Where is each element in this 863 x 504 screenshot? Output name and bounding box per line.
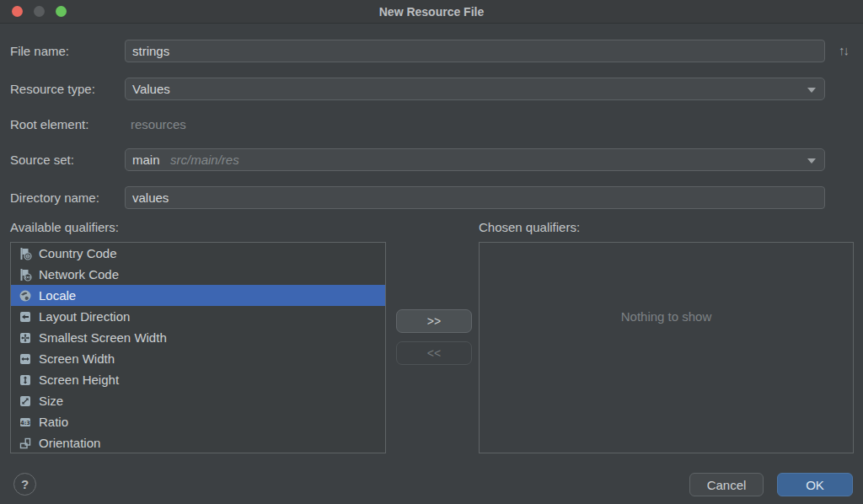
qualifier-item-label: Smallest Screen Width bbox=[39, 330, 167, 345]
qualifier-item-label: Orientation bbox=[39, 436, 100, 450]
qualifier-item-label: Ratio bbox=[39, 415, 68, 429]
orientation-icon bbox=[19, 437, 32, 450]
source-set-path: src/main/res bbox=[170, 153, 239, 167]
chevron-down-icon bbox=[807, 88, 816, 93]
qualifier-item-screen-height[interactable]: Screen Height bbox=[11, 369, 385, 390]
root-element-label: Root element: bbox=[10, 116, 88, 133]
chevron-down-icon bbox=[807, 158, 816, 164]
add-qualifier-button[interactable]: >> bbox=[396, 309, 472, 333]
file-name-label: File name: bbox=[10, 43, 69, 60]
cancel-button[interactable]: Cancel bbox=[689, 473, 764, 496]
qualifier-item-orientation[interactable]: Orientation bbox=[11, 432, 385, 453]
resource-type-label: Resource type: bbox=[10, 81, 95, 98]
screen-height-icon bbox=[19, 373, 32, 387]
qualifier-item-label: Layout Direction bbox=[39, 309, 130, 324]
available-qualifiers-list[interactable]: Country CodeNetwork CodeLocaleLayout Dir… bbox=[10, 242, 386, 453]
qualifier-item-label: Locale bbox=[39, 288, 76, 303]
qualifier-item-layout-direction[interactable]: Layout Direction bbox=[11, 306, 385, 327]
locale-globe-icon bbox=[19, 289, 32, 303]
root-element-value: resources bbox=[131, 116, 186, 133]
updown-arrows-icon[interactable]: ↑↓ bbox=[839, 43, 848, 57]
source-set-label: Source set: bbox=[10, 152, 74, 169]
qualifier-item-label: Size bbox=[39, 394, 63, 408]
available-qualifiers-label: Available qualifiers: bbox=[10, 219, 119, 236]
directory-name-label: Directory name: bbox=[10, 190, 99, 206]
file-name-input[interactable] bbox=[125, 40, 825, 62]
empty-list-text: Nothing to show bbox=[480, 309, 853, 324]
window-title: New Resource File bbox=[0, 5, 863, 19]
ok-button[interactable]: OK bbox=[777, 473, 853, 496]
chosen-qualifiers-label: Chosen qualifiers: bbox=[479, 219, 580, 236]
country-code-icon bbox=[19, 247, 32, 260]
title-bar: New Resource File bbox=[0, 0, 863, 24]
help-button[interactable]: ? bbox=[13, 473, 36, 496]
qualifier-item-network-code[interactable]: Network Code bbox=[11, 264, 385, 285]
qualifier-item-size[interactable]: Size bbox=[11, 390, 385, 411]
qualifier-item-label: Screen Width bbox=[39, 351, 115, 366]
qualifier-item-label: Network Code bbox=[39, 267, 119, 281]
qualifier-item-label: Country Code bbox=[39, 246, 117, 260]
resource-type-dropdown[interactable]: Values bbox=[125, 78, 825, 100]
directory-name-input[interactable] bbox=[125, 186, 825, 209]
qualifier-item-label: Screen Height bbox=[39, 373, 119, 387]
qualifier-item-locale[interactable]: Locale bbox=[11, 285, 385, 306]
svg-text:4:3: 4:3 bbox=[20, 419, 30, 426]
qualifier-item-ratio[interactable]: 4:3Ratio bbox=[11, 411, 385, 432]
source-set-dropdown[interactable]: main src/main/res bbox=[125, 148, 825, 171]
size-icon bbox=[19, 394, 32, 408]
resource-type-value: Values bbox=[132, 82, 170, 96]
network-code-icon bbox=[19, 268, 32, 281]
chosen-qualifiers-list: Nothing to show bbox=[479, 242, 854, 453]
remove-qualifier-button[interactable]: << bbox=[396, 341, 472, 365]
screen-width-icon bbox=[19, 352, 32, 366]
qualifier-item-smallest-screen-width[interactable]: Smallest Screen Width bbox=[11, 327, 385, 348]
ratio-icon: 4:3 bbox=[19, 416, 32, 429]
qualifier-item-country-code[interactable]: Country Code bbox=[11, 243, 385, 264]
new-resource-file-dialog: New Resource File File name: ↑↓ Resource… bbox=[0, 0, 863, 504]
smallest-screen-width-icon bbox=[19, 331, 32, 345]
qualifier-item-screen-width[interactable]: Screen Width bbox=[11, 348, 385, 369]
source-set-value: main bbox=[132, 153, 160, 167]
layout-direction-icon bbox=[19, 310, 32, 324]
